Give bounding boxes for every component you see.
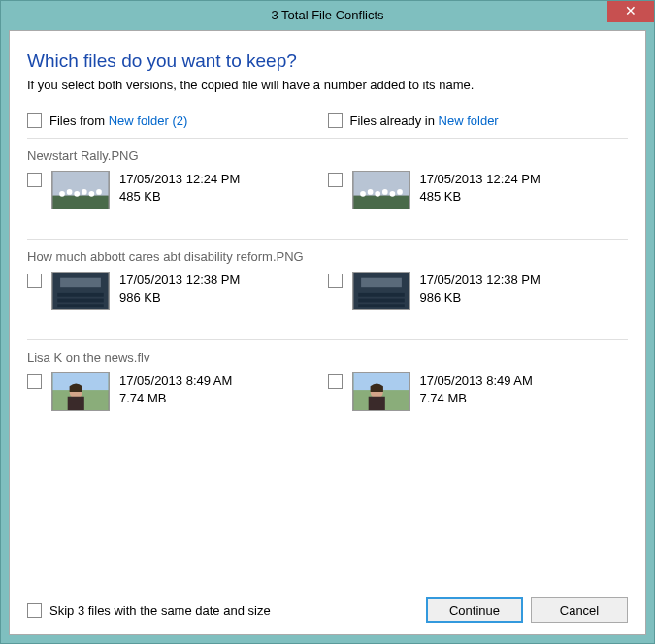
source-prefix: Files from	[49, 113, 109, 128]
file-meta: 17/05/2013 12:38 PM 986 KB	[420, 272, 540, 306]
file-meta: 17/05/2013 8:49 AM 7.74 MB	[420, 372, 533, 407]
dialog-content: Which files do you want to keep? If you …	[9, 30, 646, 635]
svg-point-13	[381, 189, 387, 195]
file-name: How much abbott cares abt disability ref…	[27, 240, 628, 272]
file-list: Newstart Rally.PNG 17/05/2013 12:24 PM 4…	[27, 139, 628, 588]
file-date: 17/05/2013 12:38 PM	[119, 272, 240, 289]
close-icon: ✕	[625, 3, 637, 18]
file-thumbnail[interactable]	[352, 171, 410, 209]
file-source-item: 17/05/2013 8:49 AM 7.74 MB	[27, 372, 328, 411]
file-dest-checkbox[interactable]	[328, 374, 343, 389]
footer: Skip 3 files with the same date and size…	[27, 588, 628, 623]
dest-column-header: Files already in New folder	[328, 113, 629, 128]
file-date: 17/05/2013 8:49 AM	[420, 372, 533, 390]
file-date: 17/05/2013 12:38 PM	[420, 272, 540, 289]
svg-rect-20	[57, 304, 104, 307]
file-meta: 17/05/2013 8:49 AM 7.74 MB	[119, 372, 232, 407]
svg-point-6	[89, 191, 95, 197]
columns-header: Files from New folder (2) Files already …	[27, 113, 628, 139]
svg-rect-24	[358, 299, 405, 303]
dest-label: Files already in New folder	[350, 113, 499, 128]
svg-point-4	[74, 191, 80, 197]
svg-rect-17	[60, 278, 101, 288]
close-button[interactable]: ✕	[607, 1, 654, 22]
subheading: If you select both versions, the copied …	[27, 78, 628, 92]
svg-point-12	[375, 191, 380, 197]
svg-rect-19	[57, 299, 104, 303]
file-thumbnail[interactable]	[51, 372, 110, 411]
file-name: Lisa K on the news.flv	[27, 340, 628, 372]
file-meta: 17/05/2013 12:24 PM 485 KB	[119, 171, 240, 206]
person-photo-icon	[52, 373, 109, 410]
source-column-header: Files from New folder (2)	[27, 113, 328, 128]
file-size: 485 KB	[119, 188, 240, 206]
svg-point-5	[82, 189, 87, 195]
assembly-photo-icon	[353, 273, 409, 309]
file-date: 17/05/2013 12:24 PM	[119, 171, 240, 188]
file-thumbnail[interactable]	[51, 272, 110, 310]
svg-rect-23	[358, 293, 405, 297]
group-photo-icon	[52, 172, 109, 209]
source-label: Files from New folder (2)	[49, 113, 187, 128]
file-group: Lisa K on the news.flv 17/05/2013 8:49 A…	[27, 340, 628, 440]
svg-point-15	[397, 189, 403, 195]
dialog-window: 3 Total File Conflicts ✕ Which files do …	[0, 0, 655, 644]
file-source-checkbox[interactable]	[27, 374, 42, 389]
svg-rect-22	[361, 278, 402, 288]
svg-point-10	[360, 191, 366, 197]
file-row: 17/05/2013 12:38 PM 986 KB 17/05/2013 12…	[27, 272, 628, 310]
svg-rect-9	[353, 196, 409, 209]
dest-folder-link[interactable]: New folder	[439, 113, 499, 128]
file-size: 485 KB	[420, 188, 540, 206]
file-dest-checkbox[interactable]	[328, 274, 343, 288]
file-size: 986 KB	[119, 289, 240, 306]
svg-rect-18	[57, 293, 104, 297]
assembly-photo-icon	[52, 273, 109, 309]
continue-button[interactable]: Continue	[426, 597, 523, 623]
file-meta: 17/05/2013 12:24 PM 485 KB	[420, 171, 540, 206]
file-dest-item: 17/05/2013 8:49 AM 7.74 MB	[328, 372, 629, 411]
person-photo-icon	[353, 373, 409, 410]
svg-rect-1	[53, 196, 109, 209]
file-meta: 17/05/2013 12:38 PM 986 KB	[119, 272, 240, 306]
svg-rect-33	[368, 397, 384, 410]
svg-point-11	[367, 189, 373, 195]
skip-checkbox[interactable]	[27, 603, 42, 618]
title-bar: 3 Total File Conflicts ✕	[1, 1, 654, 30]
file-source-item: 17/05/2013 12:38 PM 986 KB	[27, 272, 328, 310]
svg-rect-29	[68, 397, 84, 410]
source-folder-link[interactable]: New folder (2)	[109, 113, 188, 128]
svg-point-7	[96, 189, 102, 195]
skip-option: Skip 3 files with the same date and size	[27, 603, 418, 618]
file-source-checkbox[interactable]	[27, 173, 42, 187]
file-size: 7.74 MB	[119, 390, 232, 407]
file-group: Newstart Rally.PNG 17/05/2013 12:24 PM 4…	[27, 139, 628, 240]
svg-point-2	[59, 191, 65, 197]
file-dest-item: 17/05/2013 12:24 PM 485 KB	[328, 171, 629, 209]
source-select-all-checkbox[interactable]	[27, 113, 42, 128]
file-source-checkbox[interactable]	[27, 274, 42, 288]
file-dest-item: 17/05/2013 12:38 PM 986 KB	[328, 272, 629, 310]
svg-point-14	[389, 191, 395, 197]
file-group: How much abbott cares abt disability ref…	[27, 240, 628, 340]
group-photo-icon	[353, 172, 409, 209]
dest-prefix: Files already in	[350, 113, 439, 128]
heading: Which files do you want to keep?	[27, 50, 628, 72]
file-size: 7.74 MB	[420, 390, 533, 407]
skip-label: Skip 3 files with the same date and size	[49, 603, 271, 618]
file-row: 17/05/2013 8:49 AM 7.74 MB 17/05/2013 8:…	[27, 372, 628, 411]
file-date: 17/05/2013 12:24 PM	[420, 171, 540, 188]
file-source-item: 17/05/2013 12:24 PM 485 KB	[27, 171, 328, 209]
file-dest-checkbox[interactable]	[328, 173, 343, 187]
window-title: 3 Total File Conflicts	[271, 8, 383, 22]
svg-point-3	[67, 189, 73, 195]
file-thumbnail[interactable]	[51, 171, 110, 209]
svg-rect-25	[358, 304, 405, 307]
dest-select-all-checkbox[interactable]	[328, 113, 343, 128]
file-thumbnail[interactable]	[352, 272, 410, 310]
file-row: 17/05/2013 12:24 PM 485 KB 17/05/2013 12…	[27, 171, 628, 209]
cancel-button[interactable]: Cancel	[531, 597, 628, 623]
file-date: 17/05/2013 8:49 AM	[119, 372, 232, 390]
file-thumbnail[interactable]	[352, 372, 410, 411]
file-size: 986 KB	[420, 289, 540, 306]
